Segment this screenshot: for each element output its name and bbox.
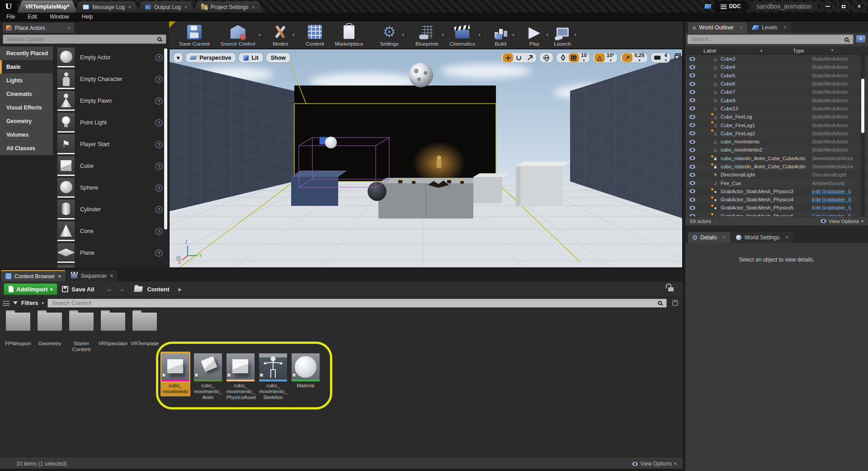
actor-type[interactable]: StaticMeshActor	[812, 64, 864, 70]
outliner-row[interactable]: Cube4 StaticMeshActor	[685, 63, 868, 71]
help-icon[interactable]: ?	[155, 119, 163, 127]
category-item[interactable]: Recently Placed	[0, 47, 53, 60]
chevron-down-icon[interactable]: ▾	[478, 33, 481, 37]
folder-tile[interactable]: Geometry	[34, 313, 66, 347]
outliner-row[interactable]: Cube7 StaticMeshActor	[685, 88, 868, 96]
outliner-row[interactable]: Cube_FireLog2 StaticMeshActor	[685, 129, 868, 138]
save-all-button[interactable]: Save All	[62, 286, 94, 293]
actor-type[interactable]: Edit Grabbable_S	[812, 197, 864, 202]
close-icon[interactable]: ×	[128, 4, 132, 10]
close-icon[interactable]: ×	[110, 273, 113, 279]
visibility-eye-icon[interactable]	[689, 198, 695, 202]
category-item[interactable]: Visual Effects	[0, 101, 53, 114]
show-button[interactable]: Show	[266, 52, 291, 63]
rotate-tool-button[interactable]	[514, 53, 524, 62]
chevron-down-icon[interactable]: ▾	[402, 33, 404, 37]
help-icon[interactable]: ?	[155, 141, 163, 148]
actor-type[interactable]: StaticMeshActor	[812, 106, 864, 111]
minimize-button[interactable]	[821, 3, 834, 10]
scale-snap-value[interactable]: 0,25▾	[633, 53, 646, 63]
help-icon[interactable]: ?	[155, 54, 163, 62]
folder-tile[interactable]: Starter Content	[66, 313, 97, 352]
asset-tile[interactable]: * Material	[291, 352, 321, 390]
close-icon[interactable]: ×	[252, 4, 255, 10]
rotation-snap-value[interactable]: 10°▾	[605, 53, 616, 63]
unreal-logo-icon[interactable]: U	[0, 0, 17, 13]
breadcrumb[interactable]: Content	[147, 286, 169, 293]
visibility-eye-icon[interactable]	[689, 148, 695, 152]
surface-snap-button[interactable]	[558, 53, 568, 62]
outliner-view-options-button[interactable]: View Options▾	[821, 219, 863, 224]
visibility-eye-icon[interactable]	[689, 131, 695, 135]
outliner-row[interactable]: GrabActor_StaticMesh_Physics5 Edit Grabb…	[685, 204, 868, 212]
world-local-toggle[interactable]	[541, 53, 552, 62]
search-classes-input[interactable]	[3, 36, 157, 43]
outliner-row[interactable]: Cube5 StaticMeshActor	[685, 71, 868, 80]
viewport-options-button[interactable]: ▾	[173, 52, 183, 63]
outliner-row[interactable]: Cube3 StaticMeshActor	[685, 55, 868, 63]
chevron-down-icon[interactable]: ▾	[259, 33, 261, 37]
category-item[interactable]: Cinematic	[0, 87, 53, 101]
feedback-icon[interactable]	[704, 4, 712, 9]
camera-speed-value[interactable]: 4▾	[663, 53, 669, 63]
filters-button[interactable]: Filters	[21, 300, 38, 306]
tab-levels[interactable]: Levels×	[748, 22, 791, 33]
lock-icon[interactable]	[668, 287, 674, 291]
visibility-eye-icon[interactable]	[689, 181, 695, 185]
actor-type[interactable]: StaticMeshActor	[812, 56, 864, 62]
category-item[interactable]: Geometry	[0, 114, 53, 128]
visibility-eye-icon[interactable]	[689, 73, 695, 77]
forward-button[interactable]: →	[118, 285, 125, 293]
actor-type[interactable]: AmbientSound	[812, 181, 864, 186]
restore-button[interactable]	[837, 3, 849, 10]
type-column-header[interactable]: Type	[793, 48, 804, 53]
sort-asc-icon[interactable]: ▲	[760, 48, 763, 52]
toolbar-button[interactable]: Modes ▾	[266, 23, 294, 48]
chrome-sphere-actor[interactable]	[409, 63, 433, 87]
help-icon[interactable]: ?	[155, 249, 163, 257]
actor-type[interactable]: StaticMeshActor	[812, 147, 864, 152]
asset-tile[interactable]: * cubo_ movimiento_ Skeleton	[258, 352, 288, 402]
tab-project-settings[interactable]: Project Settings×	[193, 1, 264, 13]
place-actor-item[interactable]: Empty Actor ?	[53, 47, 169, 68]
sphere-gizmo[interactable]	[325, 137, 337, 148]
place-actor-item[interactable]: Cylinder ?	[53, 199, 169, 220]
menu-item[interactable]: File	[0, 14, 21, 20]
close-icon[interactable]: ×	[67, 25, 71, 31]
visibility-eye-icon[interactable]	[689, 65, 695, 69]
visibility-eye-icon[interactable]	[689, 165, 695, 169]
asset-tile[interactable]: * cubo_ movimiento_ PhysicsAsset	[226, 352, 255, 402]
menu-item[interactable]: Edit	[21, 14, 43, 20]
visibility-eye-icon[interactable]	[689, 57, 695, 61]
outliner-row[interactable]: Fire_Cue AmbientSound	[685, 179, 868, 187]
lit-button[interactable]: Lit	[238, 52, 263, 63]
visibility-eye-icon[interactable]	[689, 82, 695, 86]
close-icon[interactable]: ×	[58, 273, 61, 280]
toolbar-button[interactable]: Marketplace	[330, 23, 369, 48]
toolbar-button[interactable]: Source Control ▾	[215, 23, 261, 48]
new-folder-icon[interactable]: +	[856, 35, 865, 43]
actor-type[interactable]: StaticMeshActor	[812, 81, 864, 86]
content-search-input[interactable]	[48, 300, 658, 306]
close-button[interactable]: ×	[853, 3, 865, 10]
actor-type[interactable]: StaticMeshActor	[812, 89, 864, 95]
visibility-eye-icon[interactable]	[689, 140, 695, 144]
outliner-row[interactable]: Cube9 StaticMeshActor	[685, 96, 868, 104]
toolbar-button[interactable]: Content	[300, 23, 329, 48]
visibility-eye-icon[interactable]	[689, 90, 695, 94]
type-filter-icon[interactable]: ▼	[830, 48, 834, 52]
outliner-scrollbar-thumb[interactable]	[861, 79, 864, 133]
visibility-eye-icon[interactable]	[689, 156, 695, 160]
tab-output-log[interactable]: >_Output Log×	[137, 1, 196, 13]
place-actor-item[interactable]: Cone ?	[53, 220, 169, 242]
outliner-row[interactable]: Cube13 StaticMeshActor	[685, 105, 868, 113]
panel-splitter[interactable]	[685, 225, 868, 231]
close-icon[interactable]: ×	[184, 4, 188, 10]
outliner-row[interactable]: GrabActor_StaticMesh_Physics4 Edit Grabb…	[685, 195, 868, 204]
menu-item[interactable]: Help	[75, 14, 99, 20]
actor-type[interactable]: SkeletalMeshActor	[812, 156, 864, 161]
place-actor-item[interactable]: Sphere ?	[53, 177, 169, 199]
actor-type[interactable]: StaticMeshActor	[812, 98, 864, 103]
actor-type[interactable]: SkeletalMeshActor	[812, 164, 864, 169]
place-actor-item[interactable]: Plane ?	[53, 242, 169, 264]
